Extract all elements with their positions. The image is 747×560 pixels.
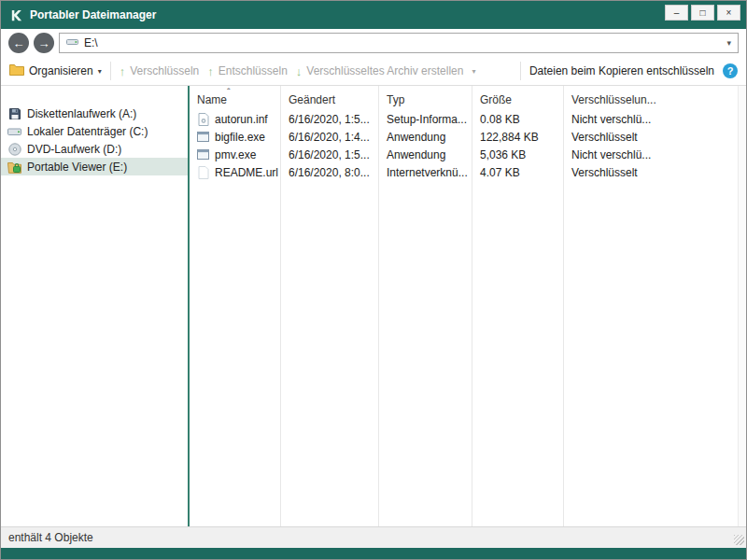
sidebar-item-drive-e[interactable]: Portable Viewer (E:) — [1, 158, 188, 175]
address-dropdown-icon[interactable]: ▾ — [726, 38, 731, 48]
chevron-down-icon: ▾ — [98, 67, 102, 76]
sidebar-item-label: Diskettenlaufwerk (A:) — [27, 107, 136, 120]
file-encryption: Verschlüsselt — [563, 131, 746, 144]
decrypt-arrow-icon: ↑ — [207, 64, 214, 78]
forward-button[interactable]: → — [34, 33, 54, 53]
minimize-button[interactable]: – — [665, 5, 688, 21]
app-window: Portabler Dateimanager – □ × ← → E:\ ▾ O… — [0, 0, 747, 560]
column-header-size[interactable]: Größe — [472, 93, 563, 106]
address-path: E:\ — [84, 36, 98, 49]
sidebar-item-label: Portable Viewer (E:) — [27, 161, 127, 174]
vertical-scrollbar[interactable] — [738, 86, 746, 526]
create-encrypted-archive-button[interactable]: ↓ Verschlüsseltes Archiv erstellen — [296, 64, 464, 78]
column-header-encryption[interactable]: Verschlüsselun... — [563, 93, 746, 106]
column-separator — [472, 86, 472, 526]
file-type: Anwendung — [378, 131, 472, 144]
column-header-name[interactable]: ˆ Name — [190, 93, 280, 106]
file-size: 4.07 KB — [472, 166, 563, 179]
application-icon — [197, 149, 209, 160]
decrypt-on-copy-option[interactable]: Dateien beim Kopieren entschlüsseln — [529, 64, 714, 77]
application-icon — [197, 132, 209, 142]
file-size: 5,036 KB — [472, 148, 563, 161]
toolbar-separator — [110, 62, 111, 80]
lock-folder-icon — [7, 161, 21, 174]
toolbar-separator — [520, 62, 521, 80]
file-encryption: Verschlüsselt — [563, 166, 746, 179]
sidebar-item-label: Lokaler Datenträger (C:) — [27, 125, 148, 138]
url-file-icon — [197, 166, 209, 179]
address-bar: ← → E:\ ▾ — [1, 29, 746, 57]
brand-strip — [1, 548, 746, 559]
file-modified: 6/16/2020, 1:5... — [280, 113, 378, 126]
address-field[interactable]: E:\ ▾ — [59, 33, 739, 53]
sidebar-item-drive-d[interactable]: DVD-Laufwerk (D:) — [1, 140, 188, 158]
file-name: README.url — [215, 166, 278, 179]
file-name: bigfile.exe — [215, 131, 265, 144]
sidebar-item-drive-a[interactable]: Diskettenlaufwerk (A:) — [1, 105, 188, 122]
file-name: pmv.exe — [215, 148, 256, 161]
file-row-autorun[interactable]: autorun.inf 6/16/2020, 1:5... Setup-Info… — [190, 110, 746, 128]
create-archive-label: Verschlüsseltes Archiv erstellen — [306, 64, 463, 77]
encrypt-label: Verschlüsseln — [130, 64, 199, 77]
file-name: autorun.inf — [215, 113, 268, 126]
file-encryption: Nicht verschlü... — [563, 113, 746, 126]
drive-icon — [66, 36, 78, 49]
file-type: Internetverknü... — [378, 166, 472, 179]
maximize-button[interactable]: □ — [691, 5, 714, 21]
content-area: Diskettenlaufwerk (A:) Lokaler Datenträg… — [1, 86, 746, 526]
chevron-down-icon: ▾ — [472, 67, 475, 76]
file-type: Anwendung — [378, 148, 472, 161]
folder-icon — [9, 63, 24, 78]
title-bar[interactable]: Portabler Dateimanager – □ × — [1, 1, 746, 29]
file-modified: 6/16/2020, 1:5... — [280, 148, 378, 161]
status-text: enthält 4 Objekte — [8, 531, 93, 544]
window-title: Portabler Dateimanager — [30, 8, 156, 21]
file-size: 122,884 KB — [472, 131, 563, 144]
decrypt-label: Entschlüsseln — [218, 64, 288, 77]
archive-arrow-icon: ↓ — [296, 64, 303, 78]
resize-grip[interactable] — [734, 535, 744, 545]
back-button[interactable]: ← — [8, 33, 29, 53]
setup-file-icon — [197, 113, 209, 126]
column-separator — [280, 86, 281, 526]
file-row-bigfile[interactable]: bigfile.exe 6/16/2020, 1:4... Anwendung … — [190, 128, 746, 146]
toolbar: Organisieren ▾ ↑ Verschlüsseln ↑ Entschl… — [1, 57, 746, 86]
decrypt-button[interactable]: ↑ Entschlüsseln — [207, 64, 288, 78]
sort-ascending-icon: ˆ — [227, 87, 231, 98]
sidebar-item-drive-c[interactable]: Lokaler Datenträger (C:) — [1, 122, 188, 140]
file-modified: 6/16/2020, 1:4... — [280, 131, 378, 144]
dvd-icon — [7, 143, 21, 156]
file-row-pmv[interactable]: pmv.exe 6/16/2020, 1:5... Anwendung 5,03… — [190, 146, 746, 163]
sidebar: Diskettenlaufwerk (A:) Lokaler Datenträg… — [1, 86, 188, 526]
kaspersky-logo-icon — [9, 8, 23, 22]
organize-button[interactable]: Organisieren ▾ — [9, 63, 102, 78]
hard-drive-icon — [7, 126, 21, 137]
file-row-readme[interactable]: README.url 6/16/2020, 8:0... Internetver… — [190, 163, 746, 181]
organize-label: Organisieren — [29, 64, 93, 77]
status-bar: enthält 4 Objekte — [1, 526, 746, 548]
help-icon[interactable]: ? — [723, 63, 738, 78]
column-header-modified[interactable]: Geändert — [280, 93, 378, 106]
column-header-type[interactable]: Typ — [378, 93, 472, 106]
file-list: ˆ Name Geändert Typ Größe Verschlüsselun… — [190, 86, 746, 526]
encrypt-button[interactable]: ↑ Verschlüsseln — [120, 64, 200, 78]
encrypt-arrow-icon: ↑ — [120, 64, 126, 78]
toolbar-right-group: Dateien beim Kopieren entschlüsseln ? — [520, 62, 738, 80]
window-controls: – □ × — [665, 1, 746, 21]
file-type: Setup-Informa... — [378, 113, 472, 126]
column-headers: ˆ Name Geändert Typ Größe Verschlüsselun… — [190, 90, 746, 110]
file-size: 0.08 KB — [472, 113, 563, 126]
sidebar-item-label: DVD-Laufwerk (D:) — [27, 143, 121, 156]
column-separator — [378, 86, 379, 526]
file-encryption: Nicht verschlü... — [563, 148, 746, 161]
file-modified: 6/16/2020, 8:0... — [280, 166, 378, 179]
toolbar-more-button[interactable]: ▾ — [472, 67, 475, 76]
close-button[interactable]: × — [717, 5, 740, 21]
floppy-icon — [7, 107, 21, 120]
column-separator — [563, 86, 564, 526]
